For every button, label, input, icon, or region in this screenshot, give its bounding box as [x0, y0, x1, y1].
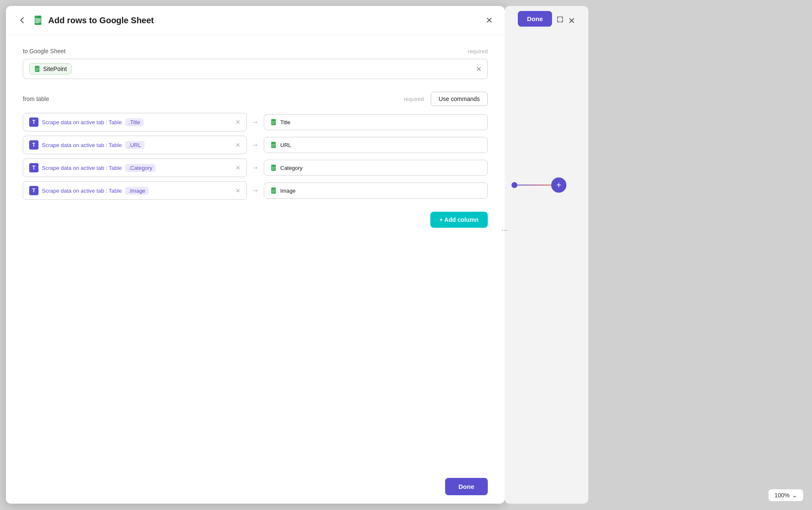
mapping-left-3[interactable]: T Scrape data on active tab : Table .Ima… — [23, 181, 247, 200]
field-chip-0: .Title — [125, 118, 144, 126]
svg-rect-23 — [272, 192, 274, 192]
mapping-right-1[interactable]: URL — [264, 137, 488, 153]
mapping-rows: T Scrape data on active tab : Table .Tit… — [23, 113, 488, 200]
row-clear-button-2[interactable]: ✕ — [235, 164, 241, 171]
arrow-icon-3: → — [252, 187, 259, 194]
svg-rect-9 — [272, 121, 275, 122]
done-button-bottom[interactable]: Done — [445, 478, 488, 495]
modal-header: Add rows to Google Sheet ✕ — [6, 6, 505, 35]
outer-wrapper: Add rows to Google Sheet ✕ to Google She… — [0, 0, 812, 510]
svg-rect-22 — [272, 191, 275, 191]
svg-rect-7 — [36, 70, 38, 71]
scrape-label-2: Scrape data on active tab : Table — [42, 165, 122, 171]
svg-rect-4 — [35, 66, 40, 72]
row-clear-button-1[interactable]: ✕ — [235, 142, 241, 148]
connector-area: + — [511, 177, 566, 193]
mapping-row: T Scrape data on active tab : Table .Cat… — [23, 158, 488, 177]
svg-rect-11 — [272, 123, 274, 124]
sheet-col-label-2: Category — [280, 165, 303, 171]
field-chip-1: .URL — [125, 141, 145, 149]
scrape-label-1: Scrape data on active tab : Table — [42, 142, 122, 148]
scrape-label-3: Scrape data on active tab : Table — [42, 188, 122, 194]
sheet-chip: SitePoint — [29, 63, 71, 74]
mapping-left-0[interactable]: T Scrape data on active tab : Table .Tit… — [23, 113, 247, 131]
mapping-left-2[interactable]: T Scrape data on active tab : Table .Cat… — [23, 158, 247, 177]
arrow-icon-1: → — [252, 141, 259, 149]
sheet-col-label-3: Image — [280, 188, 295, 194]
sheet-col-label-1: URL — [280, 142, 291, 148]
sheet-col-label-0: Title — [280, 119, 290, 125]
sheet-clear-button[interactable]: ✕ — [476, 65, 481, 73]
t-icon-2: T — [29, 163, 38, 172]
connector-dot — [511, 182, 517, 188]
svg-rect-1 — [36, 19, 41, 20]
google-sheets-icon — [33, 15, 43, 25]
mapping-row: T Scrape data on active tab : Table .URL… — [23, 136, 488, 154]
t-icon-1: T — [29, 140, 38, 150]
svg-rect-19 — [272, 169, 274, 169]
sheet-chip-label: SitePoint — [43, 65, 67, 72]
mapping-row: T Scrape data on active tab : Table .Tit… — [23, 113, 488, 131]
row-clear-button-3[interactable]: ✕ — [235, 187, 241, 194]
back-button[interactable] — [16, 14, 28, 26]
mapping-left-1[interactable]: T Scrape data on active tab : Table .URL… — [23, 136, 247, 154]
ellipsis-text: ... — [501, 224, 508, 233]
add-column-button[interactable]: + Add column — [430, 212, 488, 228]
svg-rect-18 — [272, 168, 275, 169]
field-chip-3: .Image — [125, 187, 149, 195]
svg-rect-17 — [272, 167, 275, 167]
google-sheet-section-label: to Google Sheet required — [23, 48, 488, 55]
mapping-right-0[interactable]: Title — [264, 114, 488, 130]
mapping-right-icon-2 — [270, 164, 277, 171]
svg-rect-2 — [36, 21, 41, 22]
modal-title: Add rows to Google Sheet — [48, 16, 474, 25]
use-commands-button[interactable]: Use commands — [431, 92, 488, 106]
svg-rect-5 — [36, 68, 39, 68]
sheet-chip-icon — [34, 65, 41, 72]
t-icon-3: T — [29, 186, 38, 195]
right-sidebar: Done ✕ — [505, 6, 588, 504]
svg-rect-14 — [272, 145, 275, 146]
svg-rect-16 — [271, 165, 276, 171]
from-table-header: from table required Use commands — [23, 92, 488, 106]
svg-rect-3 — [36, 22, 39, 23]
zoom-level: 100% — [774, 492, 790, 499]
modal-body: to Google Sheet required SitePoint ✕ — [6, 35, 505, 469]
mapping-row: T Scrape data on active tab : Table .Ima… — [23, 181, 488, 200]
t-icon-0: T — [29, 117, 38, 127]
connector-plus-button[interactable]: + — [551, 177, 566, 193]
zoom-control[interactable]: 100% ⌄ — [768, 489, 804, 502]
from-table-required: required — [404, 96, 424, 102]
svg-rect-8 — [271, 119, 276, 125]
google-sheet-input[interactable]: SitePoint ✕ — [23, 59, 488, 79]
svg-rect-6 — [36, 69, 39, 70]
sidebar-expand-button[interactable] — [556, 16, 564, 25]
svg-rect-10 — [272, 123, 275, 123]
scrape-label-0: Scrape data on active tab : Table — [42, 119, 122, 125]
svg-rect-21 — [272, 190, 275, 190]
svg-rect-12 — [271, 142, 276, 148]
modal-close-button[interactable]: ✕ — [484, 14, 495, 27]
sidebar-close-button[interactable]: ✕ — [568, 16, 575, 26]
svg-rect-15 — [272, 146, 274, 147]
svg-rect-20 — [271, 188, 276, 194]
mapping-right-icon-1 — [270, 142, 277, 148]
mapping-right-3[interactable]: Image — [264, 183, 488, 199]
row-clear-button-0[interactable]: ✕ — [235, 119, 241, 125]
modal-panel: Add rows to Google Sheet ✕ to Google She… — [6, 6, 505, 504]
connector-line — [517, 185, 551, 185]
arrow-icon-2: → — [252, 164, 259, 172]
from-table-label: from table — [23, 95, 49, 102]
mapping-right-icon-3 — [270, 187, 277, 194]
zoom-chevron-icon: ⌄ — [792, 492, 797, 499]
field-chip-2: .Category — [125, 164, 156, 172]
svg-rect-13 — [272, 144, 275, 145]
mapping-right-icon-0 — [270, 119, 277, 125]
mapping-right-2[interactable]: Category — [264, 160, 488, 176]
to-google-sheet-label: to Google Sheet — [23, 48, 66, 55]
modal-footer: Done — [6, 469, 505, 504]
arrow-icon-0: → — [252, 118, 259, 126]
to-google-sheet-required: required — [468, 48, 488, 55]
sidebar-done-button[interactable]: Done — [518, 11, 552, 27]
